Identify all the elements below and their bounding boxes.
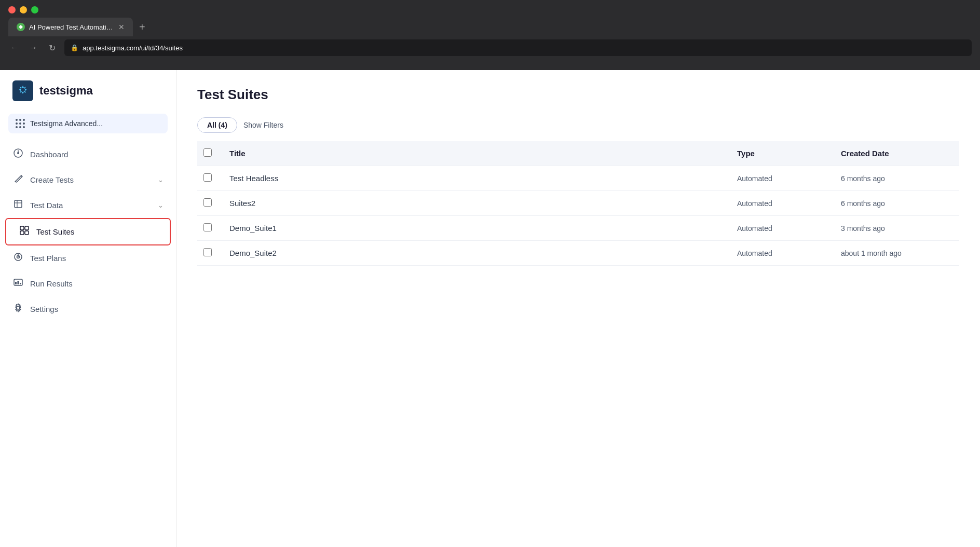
row-checkbox-2[interactable]: [203, 223, 212, 231]
row-checkbox-cell: [197, 166, 223, 191]
row-date-2: 3 months ago: [835, 216, 959, 241]
svg-rect-16: [20, 283, 21, 284]
sidebar-item-test-data[interactable]: Test Data ⌄: [0, 193, 176, 218]
sidebar-item-label-run-results: Run Results: [30, 279, 73, 288]
svg-point-1: [21, 88, 25, 92]
sidebar-item-label-test-suites: Test Suites: [36, 227, 74, 236]
new-tab-button[interactable]: +: [135, 19, 149, 35]
header-type: Type: [731, 141, 835, 166]
row-type-3: Automated: [731, 241, 835, 266]
sidebar-item-test-plans[interactable]: Test Plans: [0, 245, 176, 271]
row-checkbox-cell: [197, 216, 223, 241]
header-created-date: Created Date: [835, 141, 959, 166]
table-row: Suites2 Automated 6 months ago: [197, 191, 959, 216]
svg-rect-10: [25, 231, 29, 235]
back-button[interactable]: ←: [8, 42, 21, 54]
row-title-3[interactable]: Demo_Suite2: [223, 241, 731, 266]
sidebar-item-test-suites[interactable]: Test Suites: [5, 218, 171, 245]
tab-close-icon[interactable]: ✕: [118, 23, 125, 31]
forward-button[interactable]: →: [27, 42, 39, 54]
svg-point-3: [17, 152, 19, 154]
tab-bar: AI Powered Test Automation P ✕ +: [0, 18, 980, 36]
header-checkbox-cell: [197, 141, 223, 166]
main-content: Test Suites All (4) Show Filters Title T…: [176, 70, 980, 547]
svg-point-17: [17, 306, 20, 309]
test-plans-icon: [12, 252, 24, 265]
row-checkbox-1[interactable]: [203, 198, 212, 207]
settings-icon: [12, 303, 24, 316]
page-title: Test Suites: [197, 87, 959, 103]
table-row: Demo_Suite2 Automated about 1 month ago: [197, 241, 959, 266]
all-filter-button[interactable]: All (4): [197, 117, 237, 133]
row-date-3: about 1 month ago: [835, 241, 959, 266]
row-type-1: Automated: [731, 191, 835, 216]
workspace-name: Testsigma Advanced...: [30, 119, 160, 128]
refresh-button[interactable]: ↻: [46, 42, 58, 54]
lock-icon: 🔒: [71, 44, 78, 51]
row-type-0: Automated: [731, 166, 835, 191]
run-results-icon: [12, 277, 24, 290]
active-tab[interactable]: AI Powered Test Automation P ✕: [8, 18, 133, 36]
create-tests-icon: [12, 173, 24, 186]
create-tests-chevron-icon: ⌄: [158, 176, 164, 184]
table-row: Demo_Suite1 Automated 3 months ago: [197, 216, 959, 241]
sidebar-item-run-results[interactable]: Run Results: [0, 271, 176, 296]
svg-rect-4: [15, 200, 22, 208]
test-suites-table: Title Type Created Date Test Headless Au…: [197, 141, 959, 266]
sidebar-item-label-test-plans: Test Plans: [30, 254, 66, 263]
browser-chrome: AI Powered Test Automation P ✕ + ← → ↻ 🔒…: [0, 0, 980, 70]
show-filters-button[interactable]: Show Filters: [243, 121, 283, 129]
close-button[interactable]: [8, 6, 16, 13]
maximize-button[interactable]: [31, 6, 38, 13]
minimize-button[interactable]: [20, 6, 27, 13]
svg-rect-9: [20, 231, 24, 235]
row-checkbox-cell: [197, 241, 223, 266]
row-checkbox-3[interactable]: [203, 248, 212, 256]
dashboard-icon: [12, 148, 24, 161]
filter-bar: All (4) Show Filters: [197, 117, 959, 133]
workspace-dots-icon: [16, 119, 25, 128]
traffic-lights: [0, 0, 980, 18]
logo-icon: [12, 80, 33, 101]
sidebar-item-settings[interactable]: Settings: [0, 296, 176, 322]
svg-rect-15: [18, 281, 19, 284]
row-title-0[interactable]: Test Headless: [223, 166, 731, 191]
sidebar-item-label-create-tests: Create Tests: [30, 175, 74, 184]
row-date-1: 6 months ago: [835, 191, 959, 216]
logo-area: testsigma: [0, 80, 176, 114]
tab-title: AI Powered Test Automation P: [29, 23, 114, 31]
address-bar[interactable]: 🔒 app.testsigma.com/ui/td/34/suites: [64, 39, 972, 56]
address-bar-row: ← → ↻ 🔒 app.testsigma.com/ui/td/34/suite…: [0, 36, 980, 59]
workspace-button[interactable]: Testsigma Advanced...: [8, 114, 168, 133]
row-checkbox-cell: [197, 191, 223, 216]
row-title-2[interactable]: Demo_Suite1: [223, 216, 731, 241]
test-data-chevron-icon: ⌄: [158, 201, 164, 209]
table-header-row: Title Type Created Date: [197, 141, 959, 166]
row-checkbox-0[interactable]: [203, 173, 212, 182]
app-layout: testsigma Testsigma Advanced... Dashboar…: [0, 70, 980, 547]
row-type-2: Automated: [731, 216, 835, 241]
sidebar-item-dashboard[interactable]: Dashboard: [0, 142, 176, 167]
svg-rect-14: [15, 282, 17, 284]
table-row: Test Headless Automated 6 months ago: [197, 166, 959, 191]
sidebar-nav: Dashboard Create Tests ⌄ Test Data ⌄: [0, 142, 176, 322]
sidebar-item-label-dashboard: Dashboard: [30, 150, 68, 159]
svg-rect-7: [20, 226, 24, 230]
sidebar-item-create-tests[interactable]: Create Tests ⌄: [0, 167, 176, 193]
test-suites-icon: [19, 225, 30, 238]
svg-rect-8: [25, 226, 29, 230]
select-all-checkbox[interactable]: [203, 148, 212, 157]
test-data-icon: [12, 199, 24, 212]
logo-text: testsigma: [39, 84, 93, 98]
sidebar: testsigma Testsigma Advanced... Dashboar…: [0, 70, 176, 547]
header-title: Title: [223, 141, 731, 166]
sidebar-item-label-test-data: Test Data: [30, 201, 63, 210]
address-text: app.testsigma.com/ui/td/34/suites: [83, 44, 183, 52]
row-date-0: 6 months ago: [835, 166, 959, 191]
tab-favicon: [17, 23, 25, 31]
sidebar-item-label-settings: Settings: [30, 305, 58, 313]
row-title-1[interactable]: Suites2: [223, 191, 731, 216]
